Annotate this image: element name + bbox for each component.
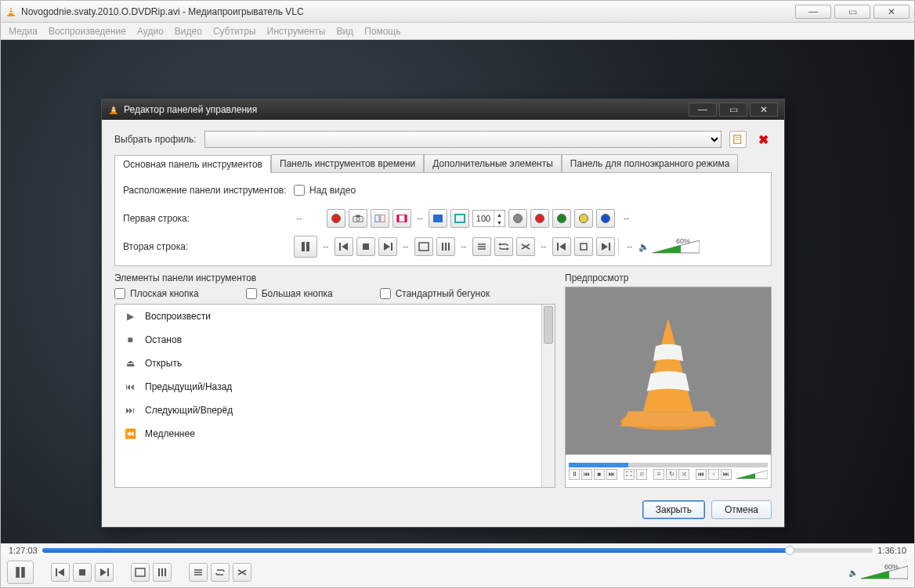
pause-button-icon[interactable] [294,236,317,258]
above-video-checkbox[interactable]: Над видео [294,185,356,196]
menu-audio[interactable]: Аудио [137,26,164,37]
dialog-title: Редактор панелей управления [124,104,257,115]
menubar: Медиа Воспроизведение Аудио Видео Субтит… [1,23,914,40]
tab-fullscreen-toolbar[interactable]: Панель для полноэкранного режима [562,154,738,172]
listbox-scrollbar[interactable] [541,305,555,487]
svg-marker-26 [384,243,390,251]
flat-button-checkbox[interactable]: Плоская кнопка [114,288,199,299]
preview-mini-controls: ⏸⏮■⏭ ⛶⎚ ≡↻⤭ ⏮▫⏭ [565,455,772,488]
blue-dot-icon[interactable] [596,209,615,228]
list-item: ⏏Открыть [115,352,555,375]
main-volume-slider[interactable]: 60% [861,565,908,580]
tab-advanced-widget[interactable]: Дополнительные элементы [424,154,562,172]
menu-tools[interactable]: Инструменты [267,26,326,37]
tab-content: Расположение панели инструментов: Над ви… [114,173,772,266]
menu-media[interactable]: Медиа [9,26,38,37]
pause-button[interactable] [7,561,34,584]
volume-slider[interactable]: 60% [653,239,700,254]
toolbar-editor-dialog: Редактор панелей управления — ▭ ✕ Выбрат… [101,99,785,528]
step-button-icon[interactable] [574,237,593,256]
cancel-button[interactable]: Отмена [711,500,772,519]
fullscreen-button-icon[interactable] [414,237,433,256]
menu-view[interactable]: Вид [336,26,353,37]
playlist-button[interactable] [189,563,208,582]
skip-forward-button-icon[interactable] [596,237,615,256]
playlist-button-icon[interactable] [472,237,491,256]
dialog-maximize-button[interactable]: ▭ [719,103,747,117]
stop-button[interactable] [73,563,92,582]
snapshot-button-icon[interactable] [349,209,367,228]
delete-profile-button[interactable]: ✖ [754,131,772,148]
random-button-icon[interactable] [516,237,535,256]
svg-rect-21 [302,242,305,251]
seek-slider[interactable] [42,548,873,553]
tab-main-toolbar[interactable]: Основная панель инструментов [114,155,271,173]
red-dot-icon[interactable] [530,209,549,228]
loop-button[interactable] [211,563,230,582]
random-button[interactable] [233,563,251,582]
window-minimize-button[interactable]: — [795,5,831,19]
svg-rect-22 [306,242,309,251]
slider-value-spinner[interactable]: 100 ▲▼ [472,210,505,227]
list-item: ■Останов [115,328,555,352]
svg-rect-17 [397,215,400,222]
gray-dot-icon[interactable] [508,209,527,228]
yellow-dot-icon[interactable] [574,209,593,228]
loop-button-icon[interactable] [494,237,513,256]
svg-rect-7 [110,113,118,114]
new-profile-button[interactable] [729,131,747,148]
record-button-icon[interactable] [327,209,345,228]
window-maximize-button[interactable]: ▭ [834,5,870,19]
green-dot-icon[interactable] [552,209,571,228]
std-seek-checkbox[interactable]: Стандартный бегунок [380,288,490,299]
play-icon: ▶ [123,309,137,323]
previous-button[interactable] [51,563,70,582]
row1-label: Первая строка: [123,213,288,224]
titlebar: Novogodnie.svaty.2010.O.DVDRip.avi - Мед… [1,1,914,23]
svg-rect-3 [7,14,15,16]
svg-rect-56 [136,568,145,576]
svg-marker-4 [111,105,116,113]
extended-settings-button[interactable] [153,563,172,582]
dialog-close-button[interactable]: ✕ [750,103,778,117]
stop-button-icon[interactable] [356,237,375,256]
svg-marker-35 [498,243,501,246]
tab-time-toolbar[interactable]: Панель инструментов времени [271,154,424,172]
svg-rect-27 [391,243,392,251]
close-button[interactable]: Закрыть [642,500,705,519]
svg-rect-11 [353,216,363,222]
atob-loop-button-icon[interactable] [371,209,389,228]
next-button[interactable] [95,563,114,582]
svg-rect-13 [356,215,360,218]
main-controls: 🔈 60% [1,557,914,587]
extended-settings-button-icon[interactable] [436,237,455,256]
big-button-checkbox[interactable]: Большая кнопка [246,288,333,299]
menu-playback[interactable]: Воспроизведение [49,26,126,37]
toolbar-elements-group: Элементы панели инструментов Плоская кно… [114,272,555,488]
slower-icon: ⏪ [123,427,137,441]
frame-by-frame-button-icon[interactable] [392,209,411,228]
svg-marker-24 [342,243,348,251]
dialog-minimize-button[interactable]: — [689,103,717,117]
eject-icon: ⏏ [123,356,137,370]
svg-rect-37 [557,243,559,251]
vlc-cone-icon [108,104,119,115]
menu-video[interactable]: Видео [175,26,202,37]
previous-icon: ⏮ [123,380,137,394]
menu-help[interactable]: Помощь [364,26,400,37]
fullscreen-button[interactable] [131,563,150,582]
previous-button-icon[interactable] [335,237,353,256]
profile-select[interactable] [204,131,722,148]
svg-rect-18 [405,215,407,222]
svg-marker-46 [620,411,716,426]
next-button-icon[interactable] [378,237,397,256]
skip-back-button-icon[interactable] [552,237,571,256]
dialog-titlebar: Редактор панелей управления — ▭ ✕ [102,99,784,120]
window-close-button[interactable]: ✕ [873,5,910,19]
menu-subtitles[interactable]: Субтитры [213,26,256,37]
row2-toolset[interactable]: 🔈 60% [294,236,700,258]
teal-square-icon[interactable] [450,209,469,228]
blue-square-icon[interactable] [429,209,447,228]
row1-toolset[interactable]: 100 ▲▼ [294,209,632,228]
elements-listbox[interactable]: ▶Воспроизвести ■Останов ⏏Открыть ⏮Предыд… [114,304,555,488]
